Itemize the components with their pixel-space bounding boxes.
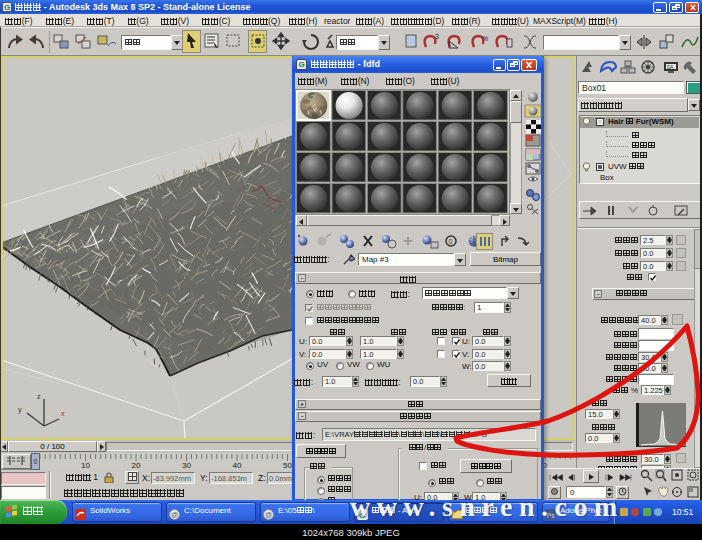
svg-text:@: @	[171, 511, 178, 518]
svg-text:40: 40	[233, 461, 242, 470]
svg-text:y: y	[18, 406, 22, 414]
svg-text:3: 3	[435, 33, 439, 40]
svg-text:20: 20	[132, 461, 141, 470]
svg-text:10: 10	[81, 461, 90, 470]
svg-text:0: 0	[449, 238, 453, 245]
svg-text:DA: DA	[667, 65, 673, 70]
svg-text:30: 30	[182, 461, 191, 470]
svg-text:%: %	[482, 35, 488, 42]
svg-text:@: @	[265, 511, 272, 518]
svg-text:z: z	[37, 393, 41, 400]
svg-text:x: x	[61, 410, 65, 417]
